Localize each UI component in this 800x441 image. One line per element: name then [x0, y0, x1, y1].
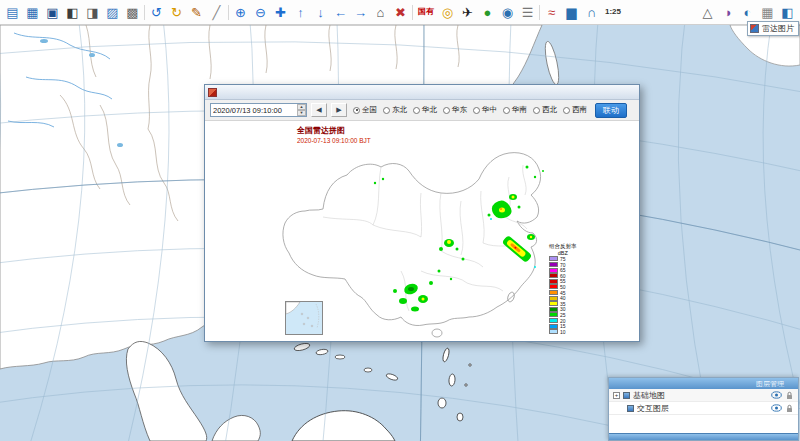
- globe-icon[interactable]: ◐: [738, 3, 757, 22]
- toolbar-icon-glyph: ▩: [126, 6, 138, 19]
- region-radio[interactable]: 华中: [473, 105, 497, 115]
- prev-frame-button[interactable]: ◀: [311, 103, 327, 117]
- layers-icon[interactable]: ☰: [518, 3, 537, 22]
- expander-icon[interactable]: +: [613, 392, 620, 399]
- legend-title: 组合反射率: [549, 243, 577, 250]
- toolbar-separator: [538, 4, 541, 21]
- profile-chart-icon[interactable]: ∩: [582, 3, 601, 22]
- lock-icon[interactable]: [785, 404, 794, 413]
- taiwan-island: [506, 291, 515, 302]
- image-export-icon[interactable]: ▨: [103, 3, 122, 22]
- region-label: 西北: [542, 105, 557, 115]
- toolbar-icon-glyph: ◨: [86, 6, 98, 19]
- zoom-out-icon[interactable]: ⊖: [251, 3, 270, 22]
- green-globe-icon[interactable]: ●: [478, 3, 497, 22]
- toolbar-icon-glyph: ◐: [744, 6, 752, 19]
- datetime-picker: ▲ ▼: [210, 103, 307, 117]
- pan-icon[interactable]: ✚: [271, 3, 290, 22]
- radar-chip-label: 雷达图片: [762, 23, 794, 34]
- measure-icon[interactable]: ╱: [207, 3, 226, 22]
- docked-panel-header[interactable]: [609, 433, 798, 440]
- open-map-icon[interactable]: ▤: [3, 3, 22, 22]
- toolbar-icon-glyph: ↑: [297, 6, 304, 19]
- toolbar-icon-glyph: ▦: [761, 6, 773, 19]
- scale-label[interactable]: 1:25: [602, 3, 624, 22]
- layer-row[interactable]: + 交互图层: [609, 402, 798, 415]
- bar-chart-icon[interactable]: ▆: [562, 3, 581, 22]
- arrow-left-icon[interactable]: ←: [331, 3, 350, 22]
- linkage-button[interactable]: 联动: [595, 103, 627, 118]
- arrow-down-icon[interactable]: ↓: [311, 3, 330, 22]
- legend-color-swatch: [549, 301, 558, 306]
- satellite-icon[interactable]: △: [698, 3, 717, 22]
- undo-icon[interactable]: ↺: [147, 3, 166, 22]
- grid-icon[interactable]: ▦: [758, 3, 777, 22]
- radar-scan-icon[interactable]: ◑: [718, 3, 737, 22]
- boundary-label-button[interactable]: 国有: [415, 3, 437, 22]
- timer-icon[interactable]: ◎: [438, 3, 457, 22]
- toolbar-icon-glyph: →: [354, 6, 367, 19]
- app-toolbar: ▤ ▦ ▣ ◧ ◨ ▨ ▩ ↺ ↻: [0, 0, 800, 25]
- radio-icon: [353, 107, 360, 114]
- next-frame-button[interactable]: ▶: [331, 103, 347, 117]
- toolbar-icon-glyph: ▆: [567, 6, 577, 19]
- dialog-titlebar[interactable]: [205, 85, 639, 100]
- region-radio[interactable]: 华北: [413, 105, 437, 115]
- toolbar-icon-glyph: ⊕: [235, 6, 246, 19]
- redo-icon[interactable]: ↻: [167, 3, 186, 22]
- layers-panel-title: 图层管理: [756, 379, 784, 389]
- legend-color-swatch: [549, 279, 558, 284]
- arrow-up-icon[interactable]: ↑: [291, 3, 310, 22]
- chart-window-icon[interactable]: ◨: [83, 3, 102, 22]
- layers-panel-header[interactable]: 图层管理: [609, 378, 798, 389]
- datetime-spinner: ▲ ▼: [297, 104, 306, 116]
- radio-icon: [443, 107, 450, 114]
- lock-icon[interactable]: [785, 391, 794, 400]
- legend-value: 10: [560, 329, 566, 335]
- toolbar-gap: [625, 3, 697, 22]
- save-icon[interactable]: ▣: [43, 3, 62, 22]
- region-radio[interactable]: 东北: [383, 105, 407, 115]
- monitor-icon[interactable]: ◧: [63, 3, 82, 22]
- arrow-right-icon[interactable]: →: [351, 3, 370, 22]
- visibility-eye-icon[interactable]: [771, 404, 782, 412]
- toolbar-icon-glyph: ●: [484, 6, 492, 19]
- region-radio[interactable]: 华东: [443, 105, 467, 115]
- line-chart-icon[interactable]: ≈: [542, 3, 561, 22]
- visibility-eye-icon[interactable]: [771, 391, 782, 399]
- color-legend: 组合反射率 dBZ 75 70 65: [549, 243, 577, 335]
- layer-label: 交互图层: [637, 403, 768, 414]
- radio-icon: [473, 107, 480, 114]
- legend-rows: 75 70 65 60: [549, 256, 577, 334]
- delete-icon[interactable]: ✖: [391, 3, 410, 22]
- region-label: 华中: [482, 105, 497, 115]
- data-table-icon[interactable]: ▦: [23, 3, 42, 22]
- layer-label: 基础地图: [633, 390, 768, 401]
- zoom-in-icon[interactable]: ⊕: [231, 3, 250, 22]
- radio-icon: [413, 107, 420, 114]
- full-extent-icon[interactable]: ⌂: [371, 3, 390, 22]
- region-radio[interactable]: 全国: [353, 105, 377, 115]
- region-radio[interactable]: 西南: [563, 105, 587, 115]
- toolbar-icon-glyph: ▦: [26, 6, 38, 19]
- radar-map-area: 全国雷达拼图 2020-07-13 09:10:00 BJT 组合反射率 dBZ…: [205, 121, 639, 341]
- visibility-icon[interactable]: ◉: [498, 3, 517, 22]
- region-radio[interactable]: 西北: [533, 105, 557, 115]
- region-label: 西南: [572, 105, 587, 115]
- region-radio[interactable]: 华南: [503, 105, 527, 115]
- toolbar-icon-glyph: △: [703, 6, 713, 19]
- screen-icon[interactable]: ◧: [778, 3, 797, 22]
- toolbar-icon-glyph: ⊖: [255, 6, 266, 19]
- flight-icon[interactable]: ✈: [458, 3, 477, 22]
- layers-panel: 图层管理 + 基础地图 +: [608, 377, 799, 441]
- datetime-input[interactable]: [211, 104, 297, 116]
- legend-color-swatch: [549, 268, 558, 273]
- legend-color-swatch: [549, 284, 558, 289]
- legend-color-swatch: [549, 296, 558, 301]
- radar-image-chip[interactable]: 雷达图片: [747, 21, 799, 36]
- region-label: 华南: [512, 105, 527, 115]
- spinner-down-button[interactable]: ▼: [297, 110, 306, 116]
- printer-icon[interactable]: ▩: [123, 3, 142, 22]
- edit-icon[interactable]: ✎: [187, 3, 206, 22]
- layer-row[interactable]: + 基础地图: [609, 389, 798, 402]
